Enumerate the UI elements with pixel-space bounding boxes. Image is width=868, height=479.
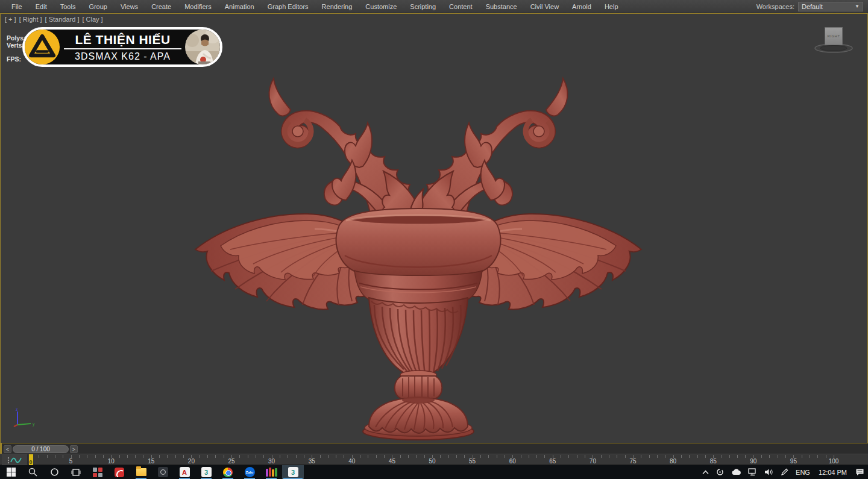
notification-icon bbox=[855, 468, 864, 476]
model-object[interactable] bbox=[190, 65, 649, 457]
3dsmax-window: FileEditToolsGroupViewsCreateModifiersAn… bbox=[0, 0, 868, 479]
world-axis-gizmo: z y bbox=[10, 407, 38, 430]
z-axis-label: z bbox=[16, 407, 18, 412]
network-icon bbox=[748, 468, 757, 476]
menu-item-content[interactable]: Content bbox=[442, 0, 479, 13]
menu-item-group[interactable]: Group bbox=[82, 0, 114, 13]
system-tray: ENG 12:04 PM bbox=[699, 465, 868, 479]
cloud-icon bbox=[731, 469, 741, 475]
3dsmax-active-icon: 3 bbox=[288, 467, 298, 477]
watermark-text: LÊ THIỆN HIẾU 3DSMAX K62 - APA bbox=[60, 33, 185, 62]
winrar-button[interactable] bbox=[260, 465, 282, 479]
windows-taskbar: A 3 Zalo 3 bbox=[0, 465, 868, 479]
menu-item-arnold[interactable]: Arnold bbox=[565, 0, 598, 13]
tray-app-button[interactable] bbox=[712, 465, 728, 479]
zalo-icon: Zalo bbox=[245, 467, 255, 477]
winrar-icon bbox=[266, 468, 277, 477]
watermark-banner: LÊ THIỆN HIẾU 3DSMAX K62 - APA bbox=[22, 27, 222, 67]
menu-item-rendering[interactable]: Rendering bbox=[315, 0, 359, 13]
viewport[interactable]: [ + ] [ Right ] [ Standard ] [ Clay ] Po… bbox=[0, 13, 868, 443]
menu-item-views[interactable]: Views bbox=[114, 0, 145, 13]
task-view-button[interactable] bbox=[65, 465, 87, 479]
triangle-logo-icon bbox=[24, 29, 60, 65]
chrome-button[interactable] bbox=[217, 465, 239, 479]
menu-item-modifiers[interactable]: Modifiers bbox=[178, 0, 218, 13]
chevron-up-icon bbox=[702, 470, 709, 475]
hidden-icons-button[interactable] bbox=[699, 465, 712, 479]
previous-frame-button[interactable]: < bbox=[4, 445, 11, 453]
red-swirl-app-button[interactable] bbox=[108, 465, 130, 479]
start-button[interactable] bbox=[0, 465, 22, 479]
cortana-button[interactable] bbox=[43, 465, 65, 479]
remote-grid-app-icon bbox=[93, 468, 102, 477]
menu-item-animation[interactable]: Animation bbox=[218, 0, 261, 13]
search-icon bbox=[28, 468, 37, 477]
3dsmax-button[interactable]: 3 bbox=[195, 465, 217, 479]
3dsmax-active-window-button[interactable]: 3 bbox=[282, 465, 304, 479]
menu-item-civil-view[interactable]: Civil View bbox=[524, 0, 565, 13]
chrome-icon bbox=[223, 468, 233, 477]
zalo-button[interactable]: Zalo bbox=[239, 465, 260, 479]
menu-bar: FileEditToolsGroupViewsCreateModifiersAn… bbox=[0, 0, 868, 13]
autocad-button[interactable]: A bbox=[174, 465, 195, 479]
viewcube[interactable]: RIGHT bbox=[812, 27, 855, 58]
avatar bbox=[185, 30, 220, 64]
viewport-menu-pov[interactable]: [ Right ] bbox=[19, 16, 42, 23]
taskbar-apps: A 3 Zalo 3 bbox=[0, 465, 304, 479]
menu-item-graph-editors[interactable]: Graph Editors bbox=[261, 0, 315, 13]
autocad-icon: A bbox=[180, 467, 190, 477]
viewport-menu-shading[interactable]: [ Clay ] bbox=[82, 16, 102, 23]
next-frame-button[interactable]: > bbox=[70, 445, 78, 453]
camera-app-icon bbox=[158, 467, 168, 477]
divider bbox=[64, 48, 181, 49]
author-name: LÊ THIỆN HIẾU bbox=[75, 33, 170, 47]
folder-icon bbox=[136, 468, 146, 476]
time-slider-handle[interactable]: 0 / 100 bbox=[13, 445, 69, 453]
chevron-down-icon: ▼ bbox=[855, 4, 860, 9]
viewport-label: [ + ] [ Right ] [ Standard ] [ Clay ] bbox=[5, 16, 103, 23]
ring-icon bbox=[716, 468, 724, 476]
current-frame-marker[interactable]: 0 bbox=[29, 454, 33, 466]
pen-icon bbox=[781, 468, 788, 476]
windows-ink-button[interactable] bbox=[777, 465, 792, 479]
workspaces-dropdown[interactable]: Default ▼ bbox=[798, 2, 863, 11]
onedrive-button[interactable] bbox=[728, 465, 744, 479]
speaker-icon bbox=[764, 468, 773, 476]
y-axis-label: y bbox=[33, 422, 35, 427]
time-slider-row: < 0 / 100 > bbox=[0, 443, 868, 454]
language-indicator[interactable]: ENG bbox=[792, 465, 814, 479]
task-view-icon bbox=[71, 468, 81, 477]
workspaces-group: Workspaces: Default ▼ bbox=[756, 2, 868, 11]
camera-app-button[interactable] bbox=[152, 465, 174, 479]
file-explorer-button[interactable] bbox=[130, 465, 152, 479]
track-bar: 5101520253035404550556065707580859095100… bbox=[0, 454, 868, 465]
remote-grid-app-button[interactable] bbox=[87, 465, 108, 479]
menu-item-scripting[interactable]: Scripting bbox=[403, 0, 442, 13]
winged-chalice-model bbox=[190, 65, 649, 457]
fps-stat: FPS: bbox=[7, 55, 26, 63]
network-button[interactable] bbox=[744, 465, 761, 479]
menu-item-create[interactable]: Create bbox=[145, 0, 178, 13]
trackbar-ruler[interactable]: 5101520253035404550556065707580859095100… bbox=[28, 454, 868, 466]
menubar-items: FileEditToolsGroupViewsCreateModifiersAn… bbox=[0, 0, 625, 13]
mini-curve-editor-button[interactable] bbox=[2, 454, 28, 466]
workspaces-label: Workspaces: bbox=[756, 3, 794, 10]
action-center-button[interactable] bbox=[852, 465, 868, 479]
cortana-icon bbox=[50, 468, 59, 477]
search-button[interactable] bbox=[22, 465, 43, 479]
volume-button[interactable] bbox=[761, 465, 777, 479]
viewport-menu-render-preset[interactable]: [ Standard ] bbox=[45, 16, 80, 23]
menu-item-help[interactable]: Help bbox=[598, 0, 625, 13]
menu-item-customize[interactable]: Customize bbox=[359, 0, 403, 13]
workspaces-value: Default bbox=[802, 3, 823, 10]
red-swirl-app-icon bbox=[115, 468, 124, 477]
3dsmax-icon: 3 bbox=[201, 467, 212, 477]
viewcube-face[interactable]: RIGHT bbox=[825, 27, 843, 45]
menu-item-file[interactable]: File bbox=[5, 0, 29, 13]
menu-item-substance[interactable]: Substance bbox=[479, 0, 524, 13]
clock[interactable]: 12:04 PM bbox=[814, 465, 852, 479]
course-name: 3DSMAX K62 - APA bbox=[75, 51, 171, 62]
menu-item-edit[interactable]: Edit bbox=[29, 0, 54, 13]
menu-item-tools[interactable]: Tools bbox=[54, 0, 83, 13]
viewport-menu-general[interactable]: [ + ] bbox=[5, 16, 16, 23]
